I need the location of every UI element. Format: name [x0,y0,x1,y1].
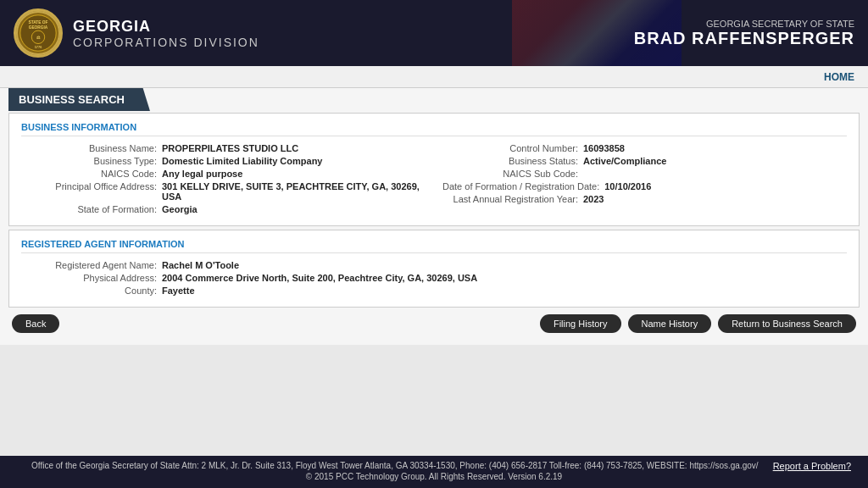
header-title: GEORGIA CORPORATIONS DIVISION [73,18,259,49]
business-status-value: Active/Compliance [583,156,666,166]
business-type-value: Domestic Limited Liability Company [162,156,322,166]
state-formation-row: State of Formation: Georgia [21,204,426,214]
agent-county-label: County: [21,286,157,296]
org-name-line1: GEORGIA [73,18,259,36]
sos-label: GEORGIA SECRETARY OF STATE [634,19,854,29]
business-info-header: BUSINESS INFORMATION [21,122,847,136]
agent-name-row: Registered Agent Name: Rachel M O'Toole [21,260,847,270]
last-reg-year-label: Last Annual Registration Year: [442,194,578,204]
business-info-grid: Business Name: PROPERPILATES STUDIO LLC … [21,143,847,217]
svg-text:GEORGIA: GEORGIA [29,25,48,30]
page-header: STATE OF GEORGIA ⚖ 1776 GEORGIA CORPORAT… [0,0,868,66]
state-formation-label: State of Formation: [21,204,157,214]
last-reg-year-row: Last Annual Registration Year: 2023 [442,194,847,204]
business-name-value: PROPERPILATES STUDIO LLC [162,143,298,153]
naics-sub-code-label: NAICS Sub Code: [442,169,578,179]
back-button[interactable]: Back [12,314,59,333]
business-info-card: BUSINESS INFORMATION Business Name: PROP… [8,113,860,226]
business-status-row: Business Status: Active/Compliance [442,156,847,166]
header-right: GEORGIA SECRETARY OF STATE BRAD RAFFENSP… [634,19,854,48]
footer-line1: Office of the Georgia Secretary of State… [17,461,851,470]
principal-address-value: 301 KELLY DRIVE, SUITE 3, PEACHTREE CITY… [162,181,426,202]
business-status-label: Business Status: [442,156,578,166]
business-type-label: Business Type: [21,156,157,166]
naics-sub-code-row: NAICS Sub Code: [442,169,847,179]
report-problem-link[interactable]: Report a Problem? [773,461,851,471]
georgia-seal: STATE OF GEORGIA ⚖ 1776 [14,8,63,58]
filing-history-button[interactable]: Filing History [540,314,621,333]
formation-date-value: 10/10/2016 [604,181,651,191]
org-name-line2: CORPORATIONS DIVISION [73,36,259,49]
agent-address-value: 2004 Commerce Drive North, Suite 200, Pe… [162,273,477,283]
principal-address-label: Principal Office Address: [21,181,157,191]
control-number-row: Control Number: 16093858 [442,143,847,153]
return-search-button[interactable]: Return to Business Search [718,314,856,333]
home-link[interactable]: HOME [824,71,854,83]
agent-name-label: Registered Agent Name: [21,260,157,270]
business-type-row: Business Type: Domestic Limited Liabilit… [21,156,426,166]
business-info-right: Control Number: 16093858 Business Status… [442,143,847,217]
page-footer: Report a Problem? Office of the Georgia … [0,456,868,488]
state-formation-value: Georgia [162,204,198,214]
business-info-left: Business Name: PROPERPILATES STUDIO LLC … [21,143,426,217]
footer-line2: © 2015 PCC Technology Group. All Rights … [17,472,851,481]
business-name-label: Business Name: [21,143,157,153]
naics-code-row: NAICS Code: Any legal purpose [21,169,426,179]
naics-code-label: NAICS Code: [21,169,157,179]
name-history-button[interactable]: Name History [628,314,712,333]
buttons-row: Back Filing History Name History Return … [8,308,860,340]
principal-address-row: Principal Office Address: 301 KELLY DRIV… [21,181,426,202]
formation-date-row: Date of Formation / Registration Date: 1… [442,181,847,191]
agent-address-row: Physical Address: 2004 Commerce Drive No… [21,273,847,283]
control-number-value: 16093858 [583,143,625,153]
nav-bar: HOME [0,66,868,88]
header-left: STATE OF GEORGIA ⚖ 1776 GEORGIA CORPORAT… [14,8,259,58]
naics-code-value: Any legal purpose [162,169,242,179]
registered-agent-header: REGISTERED AGENT INFORMATION [21,239,847,253]
agent-county-row: County: Fayette [21,286,847,296]
agent-county-value: Fayette [162,286,195,296]
main-content: BUSINESS SEARCH BUSINESS INFORMATION Bus… [0,88,868,345]
control-number-label: Control Number: [442,143,578,153]
business-name-row: Business Name: PROPERPILATES STUDIO LLC [21,143,426,153]
last-reg-year-value: 2023 [583,194,604,204]
registered-agent-card: REGISTERED AGENT INFORMATION Registered … [8,230,860,308]
svg-text:STATE OF: STATE OF [28,20,47,25]
agent-address-label: Physical Address: [21,273,157,283]
agent-name-value: Rachel M O'Toole [162,260,239,270]
svg-text:1776: 1776 [35,46,42,49]
business-search-banner: BUSINESS SEARCH [8,88,150,111]
sos-name: BRAD RAFFENSPERGER [634,29,854,48]
formation-date-label: Date of Formation / Registration Date: [442,181,599,191]
